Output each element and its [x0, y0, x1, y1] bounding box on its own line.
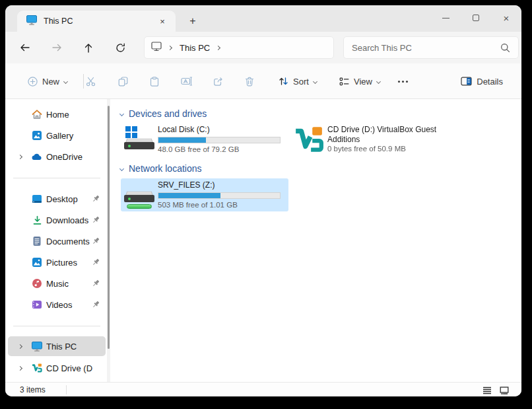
sidebar-item-label: Music	[46, 279, 92, 289]
main-area: Home Gallery OneDrive Deskt	[5, 99, 521, 382]
rename-icon	[181, 77, 192, 86]
tab-close-icon[interactable]: ×	[156, 15, 169, 28]
copy-icon	[118, 77, 128, 87]
sidebar-item-label: Desktop	[46, 194, 92, 204]
drive-capacity: 0 bytes free of 50.9 MB	[327, 145, 458, 153]
share-icon	[213, 77, 223, 87]
new-plus-icon	[28, 77, 38, 87]
drive-capacity: 48.0 GB free of 79.2 GB	[158, 145, 288, 153]
virtualbox-icon	[32, 363, 42, 373]
section-header-network[interactable]: Network locations	[120, 163, 202, 174]
pin-icon	[91, 215, 100, 225]
sidebar-item-home[interactable]: Home	[8, 104, 106, 124]
minimize-button[interactable]	[430, 5, 461, 30]
refresh-button[interactable]	[109, 36, 131, 59]
chevron-down-icon	[313, 79, 317, 83]
sort-button-label: Sort	[293, 77, 309, 87]
list-view-toggle[interactable]	[481, 385, 494, 396]
sidebar-item-music[interactable]: Music	[8, 274, 106, 293]
section-header-devices[interactable]: Devices and drives	[120, 108, 207, 119]
drive-tile-srv-files-z[interactable]: SRV_FILES (Z:) 503 MB free of 1.01 GB	[121, 178, 288, 211]
maximize-button[interactable]	[461, 5, 491, 30]
sidebar-item-gallery[interactable]: Gallery	[8, 126, 106, 145]
sidebar-item-label: Downloads	[46, 215, 92, 225]
cut-icon	[86, 77, 96, 87]
sidebar-scrollbar-thumb[interactable]	[108, 106, 110, 349]
pictures-icon	[32, 257, 42, 268]
refresh-icon	[116, 43, 125, 53]
search-icon[interactable]	[500, 43, 510, 53]
status-divider	[66, 385, 67, 394]
delete-button[interactable]	[238, 70, 261, 93]
section-title: Network locations	[129, 163, 202, 174]
copy-button[interactable]	[111, 70, 135, 93]
up-icon	[84, 43, 93, 53]
search-box[interactable]	[343, 36, 519, 59]
sidebar-item-label: Home	[46, 110, 92, 120]
sidebar-item-label: Gallery	[46, 131, 92, 141]
more-options-button[interactable]	[391, 70, 415, 93]
section-title: Devices and drives	[129, 108, 207, 119]
thumbnail-view-toggle[interactable]	[498, 385, 511, 396]
up-button[interactable]	[77, 36, 100, 59]
tab-title: This PC	[44, 17, 156, 26]
details-button[interactable]: Details	[454, 70, 510, 93]
capacity-bar	[158, 137, 281, 143]
sidebar-item-cd-drive[interactable]: CD Drive (D:) Vir	[8, 358, 106, 378]
sidebar-item-videos[interactable]: Videos	[8, 295, 106, 315]
videos-icon	[32, 299, 42, 310]
tab-this-pc[interactable]: This PC ×	[17, 11, 176, 32]
rename-button[interactable]	[174, 70, 198, 93]
address-bar[interactable]: This PC	[144, 36, 334, 59]
pin-icon	[91, 279, 100, 288]
forward-button[interactable]	[46, 36, 68, 59]
chevron-down-icon	[63, 79, 68, 83]
window-controls: ×	[430, 5, 521, 32]
forward-icon	[51, 43, 62, 52]
sidebar-item-downloads[interactable]: Downloads	[8, 210, 106, 230]
more-icon	[398, 81, 408, 83]
close-button[interactable]: ×	[491, 5, 521, 30]
new-tab-button[interactable]: +	[185, 13, 201, 29]
sidebar-divider	[13, 326, 100, 326]
new-button-label: New	[42, 77, 59, 87]
pin-icon	[91, 194, 100, 204]
new-button[interactable]: New	[21, 70, 74, 93]
pin-icon	[91, 300, 100, 309]
file-list-area: Devices and drives Local Disk (C:) 48.0 …	[111, 99, 521, 382]
back-button[interactable]	[14, 36, 36, 59]
sidebar-item-desktop[interactable]: Desktop	[8, 189, 106, 209]
documents-icon	[32, 236, 42, 246]
sidebar-item-onedrive[interactable]: OneDrive	[8, 147, 106, 167]
sort-button[interactable]: Sort	[272, 70, 323, 93]
breadcrumb-root-monitor-icon[interactable]	[151, 42, 162, 54]
search-input[interactable]	[352, 43, 500, 53]
chevron-right-icon[interactable]	[18, 154, 22, 159]
share-button[interactable]	[206, 70, 230, 93]
command-toolbar: New Sort View	[5, 63, 521, 99]
chevron-right-icon[interactable]	[18, 344, 22, 348]
back-icon	[20, 43, 30, 52]
drive-tile-cd-drive-d[interactable]: CD Drive (D:) VirtualBox Guest Additions…	[290, 123, 458, 156]
chevron-down-icon[interactable]	[119, 111, 124, 116]
downloads-icon	[32, 215, 42, 225]
cut-button[interactable]	[79, 70, 103, 93]
gallery-icon	[32, 130, 42, 141]
windows-logo-icon	[125, 126, 137, 137]
chevron-down-icon	[376, 79, 381, 83]
breadcrumb-this-pc[interactable]: This PC	[180, 43, 210, 53]
chevron-down-icon[interactable]	[119, 166, 124, 170]
drive-tile-local-disk-c[interactable]: Local Disk (C:) 48.0 GB free of 79.2 GB	[121, 123, 288, 156]
view-icon	[339, 77, 349, 86]
local-disk-icon	[121, 123, 158, 156]
sidebar-item-this-pc[interactable]: This PC	[8, 336, 106, 356]
this-pc-monitor-icon	[26, 15, 37, 28]
details-button-label: Details	[477, 77, 503, 87]
sidebar-item-documents[interactable]: Documents	[8, 231, 106, 251]
chevron-right-icon[interactable]	[18, 365, 22, 370]
sidebar-item-pictures[interactable]: Pictures	[8, 252, 106, 272]
paste-button[interactable]	[143, 70, 166, 93]
sidebar-item-label: OneDrive	[46, 152, 92, 162]
view-button[interactable]: View	[333, 70, 387, 93]
navigation-bar: This PC	[5, 32, 521, 63]
